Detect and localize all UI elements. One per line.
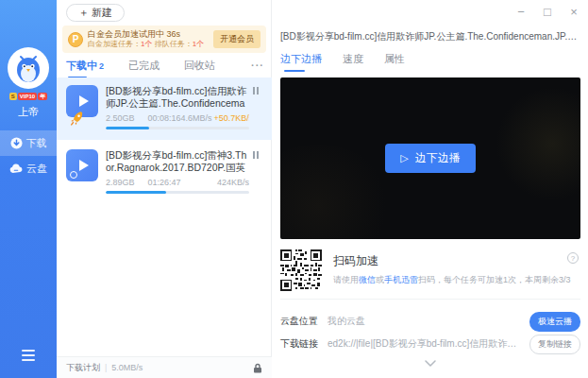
task-time-remaining: 00:08:16 [148, 113, 181, 123]
more-options-icon[interactable]: ··· [251, 60, 264, 71]
vip-level-badge: VIP10 [18, 93, 37, 100]
open-vip-button[interactable]: 开通会员 [213, 30, 260, 48]
rocket-boost-icon [69, 110, 86, 129]
task-time-remaining: 01:26:47 [148, 178, 181, 187]
download-plan-bar: 下载计划 | 5.0MB/s [57, 356, 272, 378]
help-icon[interactable]: ? [567, 252, 579, 264]
detail-title: [BD影视分享bd-film.cc]信用欺诈师JP.公主篇.The.Confid… [280, 30, 580, 43]
sidebar-menu: 下载 云盘 [0, 130, 57, 181]
tab-properties[interactable]: 属性 [384, 52, 405, 72]
download-link-value: ed2k://|file|[BD影视分享bd-film.cc]信用欺诈师JP.公… [328, 337, 522, 351]
pause-button[interactable] [253, 149, 262, 194]
download-icon [10, 137, 23, 149]
year-badge: 年 [38, 93, 47, 100]
play-icon: ▷ [400, 152, 408, 164]
pause-button[interactable] [253, 85, 262, 129]
qr-section-title: 扫码加速 [333, 253, 378, 269]
cloud-location-label: 云盘位置 [280, 315, 318, 328]
download-plan-value: 5.0MB/s [111, 363, 143, 372]
list-tabs: 下载中2 已完成 回收站 ··· [66, 55, 264, 76]
maximize-button[interactable]: □ [541, 5, 554, 19]
qr-code-image [280, 249, 322, 291]
vip-banner-subtitle: 白金加速任务：1个 排队任务：1个 [88, 40, 213, 49]
task-speed: 4.6MB/s [181, 113, 212, 123]
sidebar: S VIP10 年 上帝 下载 云盘 [0, 0, 57, 378]
sidebar-item-label: 下载 [26, 136, 47, 150]
minimize-button[interactable]: − [514, 5, 528, 19]
download-list-panel: ＋ 新建 P 白金会员加速试用中 36s 白金加速任务：1个 排队任务：1个 开… [57, 0, 272, 378]
tab-trash[interactable]: 回收站 [184, 59, 215, 73]
sidebar-menu-toggle[interactable] [0, 350, 57, 361]
play-button-label: 边下边播 [415, 150, 461, 166]
video-player[interactable]: ▷ 边下边播 [280, 77, 580, 239]
copy-link-button[interactable]: 复制链接 [529, 335, 580, 354]
download-plan-label[interactable]: 下载计划 [66, 362, 100, 374]
sidebar-item-download[interactable]: 下载 [0, 130, 57, 156]
window-controls: − □ × [514, 0, 580, 23]
coin-icon: P [68, 32, 83, 47]
cloud-location-value: 我的云盘 [328, 315, 522, 328]
task-row-2[interactable]: [BD影视分享bd-film.cc]雷神3.Thor.Ragnarok.2017… [57, 142, 272, 200]
lock-icon[interactable] [253, 363, 262, 373]
vip-banner[interactable]: P 白金会员加速试用中 36s 白金加速任务：1个 排队任务：1个 开通会员 [62, 26, 266, 53]
sidebar-item-cloud[interactable]: 云盘 [0, 156, 57, 181]
qr-accelerate-section: 扫码加速 请使用微信或手机迅雷扫码，每个任务可加速1次，本周剩余3/3 ? [280, 248, 580, 300]
detail-tabs: 边下边播 速度 属性 [280, 52, 426, 72]
task-row-1[interactable]: [BD影视分享bd-film.cc]信用欺诈师JP.公主篇.The.Confid… [57, 77, 272, 140]
close-button[interactable]: × [567, 5, 580, 19]
svip-badge: S [9, 93, 17, 100]
wechat-link[interactable]: 微信 [359, 275, 376, 284]
cloud-location-row: 云盘位置 我的云盘 极速云播 [280, 312, 580, 331]
penguin-mascot-icon [11, 51, 45, 85]
new-task-button[interactable]: ＋ 新建 [66, 4, 125, 22]
task-title: [BD影视分享bd-film.cc]雷神3.Thor.Ragnarok.2017… [106, 149, 249, 174]
task-progress-bar [106, 191, 249, 194]
tab-speed[interactable]: 速度 [343, 52, 363, 72]
play-while-download-button[interactable]: ▷ 边下边播 [385, 144, 475, 173]
tab-downloading[interactable]: 下载中2 [66, 59, 104, 73]
plus-icon: ＋ [78, 6, 89, 20]
sidebar-item-label: 云盘 [26, 162, 47, 176]
username[interactable]: 上帝 [0, 105, 57, 119]
tab-completed[interactable]: 已完成 [128, 59, 160, 73]
separator: | [105, 363, 107, 372]
qr-section-description: 请使用微信或手机迅雷扫码，每个任务可加速1次，本周剩余3/3 [333, 274, 571, 286]
task-detail-panel: [BD影视分享bd-film.cc]信用欺诈师JP.公主篇.The.Confid… [273, 0, 588, 378]
video-thumbnail-icon[interactable] [66, 149, 98, 181]
avatar[interactable] [8, 47, 49, 89]
vip-badges: S VIP10 年 [0, 93, 57, 100]
task-title: [BD影视分享bd-film.cc]信用欺诈师JP.公主篇.The.Confid… [106, 85, 249, 110]
cloud-icon [9, 163, 23, 174]
download-link-label: 下载链接 [280, 337, 318, 351]
task-size: 2.89GB [106, 178, 135, 187]
speed-cloud-play-button[interactable]: 极速云播 [529, 312, 580, 332]
task-boost-speed: +50.7KB/s [214, 113, 249, 123]
collapse-chevron-icon[interactable] [425, 357, 436, 369]
task-size: 2.50GB [106, 113, 135, 123]
task-speed: 424KB/s [217, 178, 249, 187]
download-link-row: 下载链接 ed2k://|file|[BD影视分享bd-film.cc]信用欺诈… [280, 335, 580, 353]
task-progress-bar [106, 127, 249, 129]
vip-banner-title: 白金会员加速试用中 36s [88, 29, 213, 40]
new-task-label: 新建 [92, 6, 112, 20]
mobile-xunlei-link[interactable]: 手机迅雷 [384, 275, 418, 284]
tab-play-while-download[interactable]: 边下边播 [280, 52, 322, 72]
